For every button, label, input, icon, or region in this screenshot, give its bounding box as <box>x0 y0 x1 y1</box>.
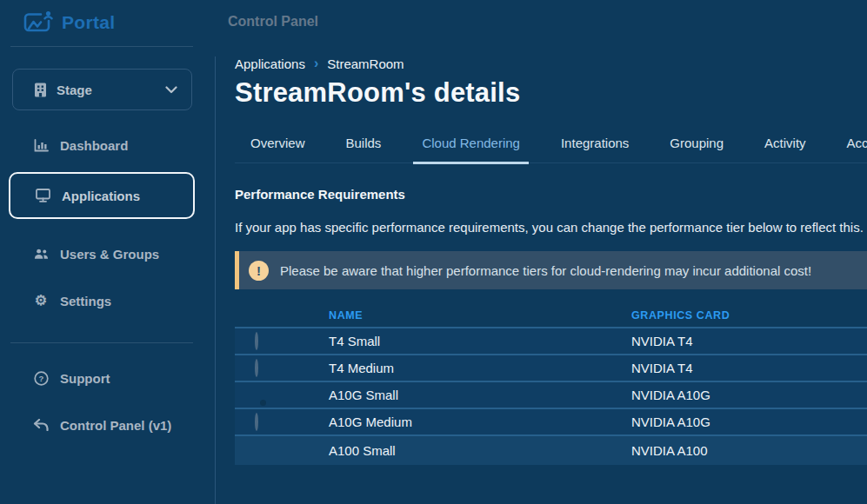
logo-wordmark: Portal <box>62 12 115 33</box>
topbar: Control Panel <box>216 0 867 30</box>
tier-name: A100 Small <box>329 443 631 458</box>
sidebar-item-label: Applications <box>62 189 140 203</box>
tab-grouping[interactable]: Grouping <box>661 136 732 164</box>
column-header-name: NAME <box>329 309 631 322</box>
sidebar-item-dashboard[interactable]: Dashboard <box>0 133 215 157</box>
alert-circle-icon: ! <box>249 261 269 281</box>
radio-t4-medium[interactable] <box>255 359 258 377</box>
breadcrumb-separator-icon: › <box>314 56 318 71</box>
tab-access[interactable]: Access <box>838 136 867 164</box>
warning-text: Please be aware that higher performance … <box>280 263 811 278</box>
sidebar-item-label: Settings <box>60 294 111 308</box>
table-row[interactable]: A100 Small NVIDIA A100 <box>235 436 867 465</box>
sidebar-item-settings[interactable]: ⚙ Settings <box>0 288 215 313</box>
sidebar-item-label: Support <box>60 371 110 386</box>
radio-t4-small[interactable] <box>255 332 258 350</box>
svg-text:?: ? <box>38 374 43 383</box>
page-content: Applications › StreamRoom StreamRoom's d… <box>216 56 867 465</box>
topbar-title: Control Panel <box>228 14 318 29</box>
sidebar-item-control-panel-v1[interactable]: Control Panel (v1) <box>0 413 215 437</box>
sidebar-nav: Dashboard Applications Users & Group <box>0 133 215 313</box>
monitor-icon <box>35 189 50 202</box>
workspace-selector[interactable]: Stage <box>12 69 192 110</box>
table-row[interactable]: T4 Medium NVIDIA T4 <box>235 355 867 382</box>
tier-gpu: NVIDIA A100 <box>631 443 867 458</box>
tier-gpu: NVIDIA A10G <box>631 388 867 402</box>
workspace-label: Stage <box>57 83 92 97</box>
breadcrumb-applications[interactable]: Applications <box>235 56 305 71</box>
sidebar-divider-top <box>10 46 193 47</box>
tab-activity[interactable]: Activity <box>756 136 815 164</box>
tier-gpu: NVIDIA T4 <box>631 361 867 375</box>
table-header-row: NAME GRAPHICS CARD <box>235 303 867 328</box>
sidebar: Portal Stage <box>0 0 215 504</box>
sidebar-item-label: Control Panel (v1) <box>60 418 171 433</box>
main-area: Control Panel Applications › StreamRoom … <box>216 0 867 504</box>
table-row[interactable]: A10G Small NVIDIA A10G <box>235 382 867 409</box>
table-row[interactable]: T4 Small NVIDIA T4 <box>235 328 867 355</box>
tab-builds[interactable]: Builds <box>337 136 390 164</box>
tier-gpu: NVIDIA A10G <box>631 414 867 429</box>
breadcrumb-current: StreamRoom <box>327 56 403 71</box>
users-icon <box>33 248 49 260</box>
tier-name: A10G Medium <box>329 414 631 429</box>
tier-name: T4 Medium <box>329 361 631 375</box>
tier-gpu: NVIDIA T4 <box>631 334 867 348</box>
sidebar-item-support[interactable]: ? Support <box>0 366 215 390</box>
chevron-down-icon <box>165 86 177 94</box>
column-header-graphics-card: GRAPHICS CARD <box>631 309 867 322</box>
tab-cloud-rendering[interactable]: Cloud Rendering <box>413 136 529 164</box>
tab-bar: Overview Builds Cloud Rendering Integrat… <box>235 136 867 163</box>
sidebar-item-users-groups[interactable]: Users & Groups <box>0 242 215 266</box>
tab-overview[interactable]: Overview <box>242 136 314 164</box>
building-icon <box>34 83 47 97</box>
gear-icon: ⚙ <box>33 294 49 308</box>
section-heading: Performance Requirements <box>235 187 867 202</box>
tier-name: A10G Small <box>329 388 631 402</box>
section-description: If your app has specific performance req… <box>235 220 867 235</box>
tier-name: T4 Small <box>329 334 631 348</box>
help-circle-icon: ? <box>33 371 49 386</box>
bar-chart-icon <box>33 139 49 152</box>
portal-logo[interactable]: Portal <box>0 0 215 34</box>
sidebar-item-applications[interactable]: Applications <box>9 172 195 219</box>
page-title: StreamRoom's details <box>235 77 867 109</box>
back-arrow-icon <box>33 419 49 431</box>
sidebar-divider-bottom <box>10 342 193 343</box>
performance-tier-table: NAME GRAPHICS CARD T4 Small NVIDIA T4 T4… <box>235 303 867 465</box>
breadcrumb: Applications › StreamRoom <box>235 56 867 71</box>
warning-banner: ! Please be aware that higher performanc… <box>235 251 867 289</box>
sidebar-item-label: Users & Groups <box>60 247 159 262</box>
radio-a10g-medium[interactable] <box>255 413 258 431</box>
sidebar-item-label: Dashboard <box>60 138 128 153</box>
portal-logo-icon <box>23 10 54 34</box>
tab-integrations[interactable]: Integrations <box>552 136 637 164</box>
table-row[interactable]: A10G Medium NVIDIA A10G <box>235 409 867 436</box>
